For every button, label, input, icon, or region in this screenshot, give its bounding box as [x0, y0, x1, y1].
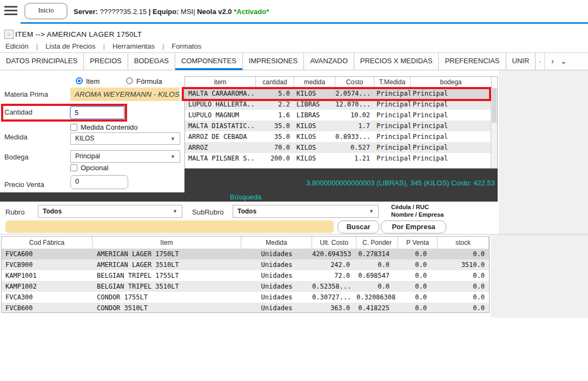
table-cell: 363.0	[312, 303, 356, 313]
menu-item-edicion[interactable]: Edición	[5, 42, 29, 50]
search-hint-block: Cédula / RUC Nombre / Empresa	[391, 203, 444, 218]
column-header[interactable]: Costo	[335, 77, 374, 88]
table-row[interactable]: LUPULO HALLERTA...2.2LIBRAS12.070...Prin…	[185, 99, 497, 110]
column-header[interactable]: Ult. Costo	[312, 237, 356, 249]
column-header[interactable]: bodega	[411, 77, 492, 88]
tab-list-dropdown-icon[interactable]: ⌄	[560, 53, 567, 70]
table-row[interactable]: ARROZ70.0KILOS0.527PrincipalPrincipal	[185, 142, 497, 153]
tab-unir[interactable]: UNIR	[506, 53, 536, 70]
table-cell: 0.698547	[356, 270, 398, 281]
tab-datos-principales[interactable]: DATOS PRINCIPALES	[0, 53, 84, 70]
table-cell: FVCA600	[2, 249, 93, 259]
table-row[interactable]: FVCA300CONDOR 1755LTUnidades0.30727...0.…	[2, 292, 489, 303]
table-row[interactable]: FVCB900AMERICAN LAGER 3510LTUnidades242.…	[2, 259, 489, 270]
cantidad-input[interactable]: 5	[70, 106, 125, 119]
table-row[interactable]: FVCB600CONDOR 3510LTUnidades363.00.41822…	[2, 303, 489, 313]
opcional-checkbox[interactable]	[70, 164, 77, 171]
menubar: Edición| Lista de Precios| Herramientas|…	[5, 42, 201, 50]
table-cell: 0.0	[398, 259, 438, 270]
radio-formula-label[interactable]: Fórmula	[136, 77, 162, 85]
table-row[interactable]: MALTA DIASTATIC...35.0KILOS1.7PrincipalP…	[185, 121, 497, 131]
tab-strip: DATOS PRINCIPALES PRECIOS BODEGAS COMPON…	[0, 52, 588, 70]
tab-precios[interactable]: PRECIOS	[84, 53, 128, 70]
cantidad-label: Cantidad	[4, 108, 32, 116]
menu-item-lista-de-precios[interactable]: Lista de Precios	[45, 42, 96, 50]
tab-precios-x-medidas[interactable]: PRECIOS X MEDIDAS	[354, 53, 439, 70]
table-cell: KILOS	[294, 88, 335, 99]
bodega-select-value: Principal	[75, 152, 100, 160]
column-header[interactable]: medida	[294, 77, 335, 88]
table-cell: FVCA300	[2, 292, 93, 303]
column-header[interactable]: P Venta	[398, 237, 438, 249]
table-cell: 1.21	[335, 153, 374, 164]
home-button[interactable]: Inicio	[24, 3, 68, 19]
tab-bodegas[interactable]: BODEGAS	[128, 53, 175, 70]
table-cell: Unidades	[241, 281, 312, 292]
buscar-button[interactable]: Buscar	[338, 220, 379, 233]
radio-item[interactable]	[76, 77, 83, 84]
table-cell: Principal	[374, 110, 411, 121]
column-header[interactable]: T.Medida	[374, 77, 411, 88]
precio-venta-input[interactable]: 0	[70, 175, 128, 189]
medida-select[interactable]: KILOS ▼	[70, 132, 180, 145]
column-header[interactable]: Cod Fábrica	[2, 237, 93, 249]
table-row[interactable]: MALTA CARAAROMA...5.0KILOS2.0574...Princ…	[185, 88, 497, 99]
table-cell: 242.0	[312, 259, 356, 270]
table-row[interactable]: FVCA600AMERICAN LAGER 1750LTUnidades420.…	[2, 249, 489, 259]
table-cell: 200.0	[256, 153, 294, 164]
table-cell: Principal	[411, 110, 492, 121]
table-cell: 420.694353	[312, 249, 356, 259]
nombre-empresa-label: Nombre / Empresa	[391, 211, 444, 218]
table-cell: 0.527	[335, 142, 374, 153]
table-cell: 0.0	[438, 270, 489, 281]
table-cell: Unidades	[241, 292, 312, 303]
column-header[interactable]: item	[185, 77, 256, 88]
table-cell: 35.0	[256, 131, 294, 142]
app-window: Inicio Server: ??????35.2.15 | Equipo: M…	[0, 0, 588, 381]
table-cell: 10.02	[335, 110, 374, 121]
totals-text: 3.8000000000000003 (LIBRAS), 345 (KILOS)…	[306, 179, 495, 187]
search-input[interactable]	[5, 220, 334, 233]
table-row[interactable]: LUPULO MAGNUM1.6LIBRAS10.02PrincipalPrin…	[185, 110, 497, 121]
medida-select-value: KILOS	[75, 135, 94, 142]
table-cell: Unidades	[241, 303, 312, 313]
table-row[interactable]: KAMP1002BELGIAN TRIPEL 3510LTUnidades0.5…	[2, 281, 489, 292]
radio-item-label[interactable]: Item	[86, 77, 100, 85]
column-header[interactable]: stock	[438, 237, 489, 249]
table-row[interactable]: ARROZ DE CEBADA35.0KILOS0.8933...Princip…	[185, 131, 497, 142]
tab-preferencias[interactable]: PREFERENCIAS	[439, 53, 506, 70]
scrollbar-thumb[interactable]	[492, 88, 497, 123]
table-cell: FVCB900	[2, 259, 93, 270]
totals-panel: 3.8000000000000003 (LIBRAS), 345 (KILOS)…	[184, 169, 498, 192]
menu-hamburger-icon[interactable]	[4, 6, 17, 17]
components-table-scrollbar[interactable]	[491, 88, 497, 168]
radio-formula[interactable]	[126, 77, 133, 84]
subrubro-select[interactable]: Todos ▼	[233, 205, 379, 218]
table-cell: CONDOR 1755LT	[93, 292, 241, 303]
menu-item-formatos[interactable]: Formatos	[171, 42, 201, 50]
table-row[interactable]: MALTA PILSNER S...200.0KILOS1.21Principa…	[185, 153, 497, 164]
tab-avanzado[interactable]: AVANZADO	[304, 53, 354, 70]
por-empresa-button[interactable]: Por Empresa	[381, 220, 446, 233]
table-cell: Principal	[374, 142, 411, 153]
column-header[interactable]: Medida	[241, 237, 312, 249]
bodega-label: Bodega	[4, 153, 29, 161]
table-cell: CONDOR 3510LT	[93, 303, 241, 313]
menu-item-herramientas[interactable]: Herramientas	[113, 42, 155, 50]
opcional-label: Opcional	[81, 164, 108, 172]
tab-componentes[interactable]: COMPONENTES	[175, 53, 243, 70]
materia-prima-field[interactable]: AROMA WEYERMANN - KILOS	[70, 88, 180, 101]
column-header[interactable]: C. Ponder	[356, 237, 398, 249]
medida-contenido-checkbox[interactable]	[70, 124, 77, 131]
table-cell: KAMP1002	[2, 281, 93, 292]
column-header[interactable]: Item	[93, 237, 241, 249]
column-header[interactable]: cantidad	[256, 77, 294, 88]
table-cell: 5.0	[256, 88, 294, 99]
tab-overflow-dot[interactable]: .	[536, 53, 545, 70]
table-row[interactable]: KAMP1001BELGIAN TRIPEL 1755LTUnidades72.…	[2, 270, 489, 281]
tab-impresiones[interactable]: IMPRESIONES	[243, 53, 304, 70]
tab-scroll-right-icon[interactable]: ›	[551, 53, 554, 70]
bodega-select[interactable]: Principal ▼	[70, 150, 180, 163]
rubro-select[interactable]: Todos ▼	[38, 205, 182, 218]
items-table: Cod FábricaItemMedidaUlt. CostoC. Ponder…	[1, 236, 490, 313]
